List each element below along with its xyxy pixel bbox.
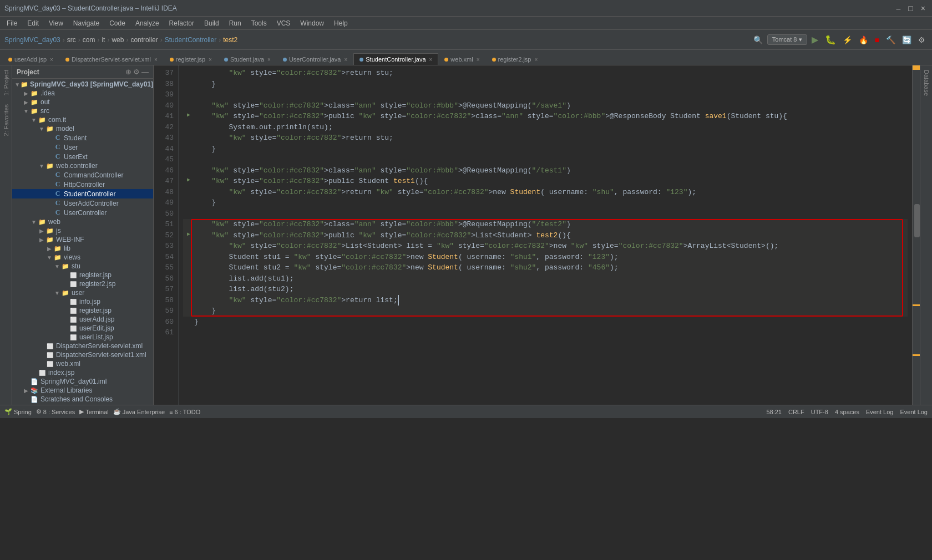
event-log-label[interactable]: Event Log xyxy=(900,409,928,415)
code-content[interactable]: "kw" style="color:#cc7832">return stu; }… xyxy=(179,65,912,405)
tab-close-register[interactable]: × xyxy=(209,57,212,63)
tab-close-usercontroller[interactable]: × xyxy=(344,57,347,63)
status-line-ending[interactable]: CRLF xyxy=(788,409,804,415)
status-services[interactable]: ⚙ 8: Services xyxy=(36,408,75,415)
tree-item[interactable]: ▶📁out xyxy=(12,98,153,106)
status-encoding[interactable]: UTF-8 xyxy=(811,409,828,415)
tab-close-student[interactable]: × xyxy=(267,57,271,63)
menu-file[interactable]: File xyxy=(2,18,22,28)
tree-item[interactable]: ⬜register2.jsp xyxy=(12,279,153,288)
breadcrumb-it[interactable]: it xyxy=(102,36,105,44)
status-terminal[interactable]: ▶ Terminal xyxy=(79,408,109,415)
tab-student-java[interactable]: Student.java × xyxy=(218,53,277,65)
tree-item[interactable]: ⬜DispatcherServlet-servlet.xml xyxy=(12,342,153,350)
tab-close-dispatcher[interactable]: × xyxy=(154,57,158,63)
tree-item[interactable]: ⬜index.jsp xyxy=(12,368,153,377)
build-btn[interactable]: 🔨 xyxy=(884,34,898,45)
tree-item[interactable]: ⬜register.jsp xyxy=(12,306,153,315)
menu-tools[interactable]: Tools xyxy=(247,18,271,28)
tree-item[interactable]: ▶📁.idea xyxy=(12,89,153,98)
settings-btn[interactable]: ⚙ xyxy=(916,34,928,45)
tree-item[interactable]: CHttpController xyxy=(12,180,153,189)
tree-item[interactable]: CCommandController xyxy=(12,170,153,180)
tree-item[interactable]: 📄SpringMVC_day01.iml xyxy=(12,377,153,386)
run-config-selector[interactable]: Tomcat 8 ▾ xyxy=(767,34,807,45)
status-indent[interactable]: 4 spaces xyxy=(835,409,859,415)
status-spring[interactable]: 🌱 Spring xyxy=(4,408,32,415)
minimize-btn[interactable]: – xyxy=(894,4,903,13)
breadcrumb-class[interactable]: StudentController xyxy=(165,36,216,44)
tree-item[interactable]: CUserAddController xyxy=(12,198,153,208)
tree-item[interactable]: ▼📁user xyxy=(12,288,153,297)
breadcrumb-project[interactable]: SpringMVC_day03 xyxy=(4,36,60,44)
menu-code[interactable]: Code xyxy=(105,18,130,28)
menu-analyze[interactable]: Analyze xyxy=(131,18,164,28)
breadcrumb-src[interactable]: src xyxy=(67,36,76,44)
tab-register2-jsp[interactable]: register2.jsp × xyxy=(486,53,544,65)
vtab-favorites[interactable]: 2: Favorites xyxy=(1,100,11,140)
tab-userAdd-jsp[interactable]: userAdd.jsp × xyxy=(2,53,59,65)
tree-item[interactable]: ▼📁SpringMVC_day03 [SpringMVC_day01] xyxy=(12,80,153,89)
breadcrumb-method[interactable]: test2 xyxy=(223,36,237,44)
tab-studentcontroller-java[interactable]: StudentController.java × xyxy=(353,53,438,65)
menu-help[interactable]: Help xyxy=(330,18,352,28)
tree-item[interactable]: 📄Scratches and Consoles xyxy=(12,395,153,404)
coverage-btn[interactable]: ⚡ xyxy=(840,34,854,45)
stop-btn[interactable]: ■ xyxy=(873,34,882,45)
toolbar-icon1[interactable]: 🔍 xyxy=(751,34,765,45)
sync-btn[interactable]: 🔄 xyxy=(900,34,914,45)
tree-item[interactable]: ▶📁js xyxy=(12,226,153,235)
status-enterprise[interactable]: ☕ Java Enterprise xyxy=(113,408,165,415)
tree-item[interactable]: ▼📁stu xyxy=(12,262,153,271)
maximize-btn[interactable]: □ xyxy=(906,4,915,13)
tab-close-register2[interactable]: × xyxy=(534,57,538,63)
tree-item[interactable]: ⬜register.jsp xyxy=(12,271,153,279)
tree-item[interactable]: ▶📁lib xyxy=(12,244,153,253)
tree-item[interactable]: CStudentController xyxy=(12,189,153,198)
vtab-project[interactable]: 1: Project xyxy=(1,65,11,100)
tree-item[interactable]: CUser xyxy=(12,142,153,152)
tree-item[interactable]: ⬜web.xml xyxy=(12,359,153,368)
sidebar-locate-btn[interactable]: ⊕ xyxy=(125,68,131,76)
breadcrumb-web[interactable]: web xyxy=(112,36,124,44)
status-todo[interactable]: ≡ 6: TODO xyxy=(169,409,200,415)
breadcrumb-controller[interactable]: controller xyxy=(130,36,158,44)
tab-dispatcher-xml[interactable]: DispatcherServlet-servlet.xml × xyxy=(59,53,164,65)
tree-item[interactable]: ⬜userList.jsp xyxy=(12,333,153,342)
tree-item[interactable]: ⬜userAdd.jsp xyxy=(12,315,153,324)
tree-item[interactable]: ▼📁model xyxy=(12,124,153,133)
rtab-database[interactable]: Database xyxy=(921,65,931,100)
tab-usercontroller-java[interactable]: UserController.java × xyxy=(277,53,353,65)
tree-item[interactable]: CUserController xyxy=(12,208,153,217)
run-btn[interactable]: ▶ xyxy=(809,33,820,46)
tab-close-userAdd[interactable]: × xyxy=(50,57,53,63)
tree-item[interactable]: ▶📁WEB-INF xyxy=(12,235,153,244)
menu-build[interactable]: Build xyxy=(200,18,224,28)
sidebar-minimize-btn[interactable]: — xyxy=(141,68,149,76)
tree-item[interactable]: ⬜userEdit.jsp xyxy=(12,324,153,333)
menu-navigate[interactable]: Navigate xyxy=(69,18,104,28)
window-controls[interactable]: – □ × xyxy=(894,4,928,13)
scroll-thumb[interactable] xyxy=(914,204,920,237)
tree-item[interactable]: ▼📁com.it xyxy=(12,115,153,124)
tab-register-jsp[interactable]: register.jsp × xyxy=(164,53,218,65)
sidebar-gear-btn[interactable]: ⚙ xyxy=(133,68,140,76)
status-event-log[interactable]: Event Log xyxy=(866,409,894,415)
tree-item[interactable]: CUserExt xyxy=(12,152,153,161)
profile-btn[interactable]: 🔥 xyxy=(857,34,870,45)
tree-item[interactable]: ▼📁web xyxy=(12,217,153,226)
tab-web-xml[interactable]: web.xml × xyxy=(438,53,485,65)
menu-vcs[interactable]: VCS xyxy=(272,18,295,28)
debug-btn[interactable]: 🐛 xyxy=(823,33,838,46)
scroll-gutter[interactable] xyxy=(912,65,920,405)
tree-item[interactable]: ⬜info.jsp xyxy=(12,297,153,306)
menu-view[interactable]: View xyxy=(44,18,68,28)
tree-item[interactable]: CStudent xyxy=(12,133,153,142)
breadcrumb-com[interactable]: com xyxy=(83,36,95,44)
tree-item[interactable]: ▼📁views xyxy=(12,253,153,262)
tab-close-webxml[interactable]: × xyxy=(477,57,480,63)
menu-refactor[interactable]: Refactor xyxy=(165,18,199,28)
scroll-track[interactable] xyxy=(913,70,920,405)
menu-run[interactable]: Run xyxy=(225,18,246,28)
close-btn[interactable]: × xyxy=(919,4,928,13)
